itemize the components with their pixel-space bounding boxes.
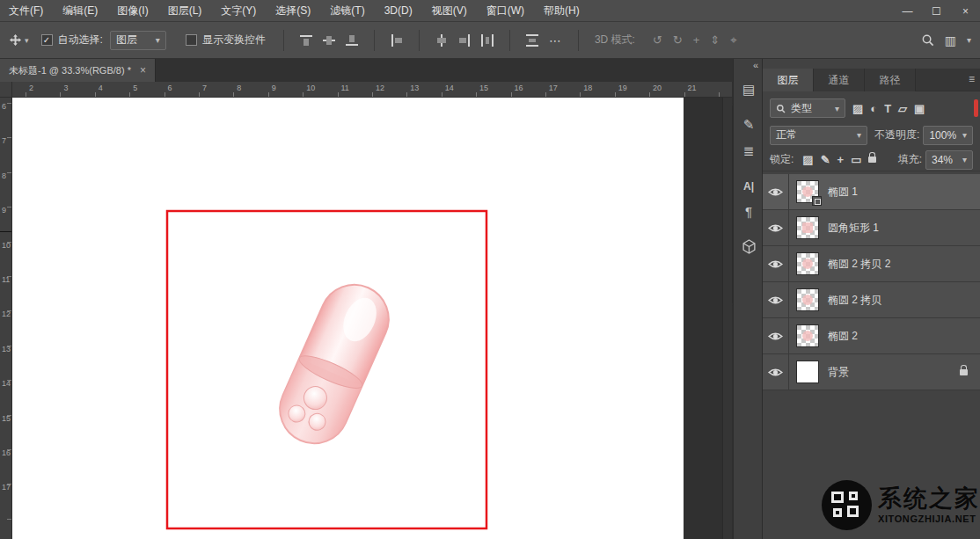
close-tab-icon[interactable]: × xyxy=(140,64,146,76)
menu-item-layer[interactable]: 图层(L) xyxy=(168,4,202,18)
align-left-edges-icon[interactable] xyxy=(389,33,405,48)
align-vertical-centers-icon[interactable] xyxy=(321,33,337,48)
lock-artboard-icon[interactable]: ▭ xyxy=(851,153,861,166)
blend-mode-dropdown[interactable]: 正常 ▾ xyxy=(770,126,867,145)
auto-select-checkbox[interactable]: ✓ xyxy=(41,34,53,46)
layer-name[interactable]: 椭圆 2 拷贝 xyxy=(828,293,881,308)
layer-thumbnail[interactable] xyxy=(796,216,819,239)
fill-dropdown[interactable]: 34% ▾ xyxy=(925,150,973,170)
minimize-button[interactable]: — xyxy=(893,0,922,22)
ruler-ticks xyxy=(12,92,732,97)
3d-panel-icon[interactable] xyxy=(734,235,764,258)
document-canvas[interactable] xyxy=(12,98,684,539)
visibility-toggle[interactable] xyxy=(763,210,789,246)
chevron-down-icon[interactable]: ▾ xyxy=(967,35,971,45)
tab-paths[interactable]: 路径 xyxy=(865,69,916,91)
menu-item-edit[interactable]: 编辑(E) xyxy=(62,4,98,18)
opacity-dropdown[interactable]: 100% ▾ xyxy=(923,126,973,145)
distribute-vertical-icon[interactable] xyxy=(524,33,540,48)
lock-all-icon[interactable] xyxy=(868,157,876,163)
tab-channels[interactable]: 通道 xyxy=(814,69,865,91)
filter-smart-objects-icon[interactable]: ▣ xyxy=(914,102,925,115)
horizontal-ruler[interactable]: 23456789101112131415161718192021 xyxy=(12,82,732,98)
layer-thumbnail[interactable] xyxy=(796,252,819,275)
search-icon[interactable] xyxy=(921,33,934,47)
3d-scale-icon[interactable]: ⌖ xyxy=(730,33,736,47)
menu-item-type[interactable]: 文字(Y) xyxy=(221,4,256,18)
layer-row[interactable]: 椭圆 2 xyxy=(763,318,980,354)
move-tool-preset[interactable]: ▾ xyxy=(9,33,29,47)
layer-thumbnail[interactable] xyxy=(796,180,819,203)
layer-thumbnail[interactable] xyxy=(796,361,819,383)
layer-row-background[interactable]: 背景 xyxy=(763,354,980,390)
3d-rotate-icon[interactable]: ↺ xyxy=(653,33,662,47)
canvas-pasteboard[interactable] xyxy=(12,98,732,539)
filter-type-layers-icon[interactable]: T xyxy=(884,102,891,115)
lock-pixels-icon[interactable]: ✎ xyxy=(821,153,830,166)
3d-drag-icon[interactable]: + xyxy=(693,33,700,47)
menu-item-filter[interactable]: 滤镜(T) xyxy=(330,4,364,18)
layer-name[interactable]: 椭圆 2 拷贝 2 xyxy=(828,257,890,272)
tab-layers[interactable]: 图层 xyxy=(763,69,814,91)
layer-thumbnail[interactable] xyxy=(796,288,819,311)
lock-icon xyxy=(960,369,968,375)
align-top-edges-icon[interactable] xyxy=(298,33,314,48)
lock-transparency-icon[interactable]: ▨ xyxy=(802,153,813,166)
layer-name[interactable]: 圆角矩形 1 xyxy=(828,221,879,236)
filter-shape-layers-icon[interactable]: ▱ xyxy=(898,102,907,115)
paragraph-panel-icon[interactable]: ¶ xyxy=(734,200,764,222)
document-tab[interactable]: 未标题-1 @ 33.3%(RGB/8) * × xyxy=(0,59,156,82)
visibility-toggle[interactable] xyxy=(763,246,789,282)
layer-row[interactable]: 圆角矩形 1 xyxy=(763,210,980,246)
lock-position-icon[interactable]: + xyxy=(837,153,845,166)
close-button[interactable]: × xyxy=(951,0,980,22)
layer-filter-toggle[interactable] xyxy=(974,99,978,117)
clone-source-panel-icon[interactable]: ≣ xyxy=(734,140,764,163)
more-options-button[interactable]: ⋯ xyxy=(549,33,562,47)
workspace-switcher-icon[interactable]: ▥ xyxy=(945,33,956,47)
panel-menu-icon[interactable]: ≡ xyxy=(969,73,975,85)
visibility-toggle[interactable] xyxy=(763,282,789,318)
visibility-toggle[interactable] xyxy=(763,174,789,210)
layer-name[interactable]: 背景 xyxy=(828,365,849,380)
vertical-scrollbar[interactable] xyxy=(722,98,732,539)
show-transform-checkbox[interactable] xyxy=(186,34,197,46)
filter-pixel-layers-icon[interactable]: ▨ xyxy=(852,102,863,115)
auto-select-target-value: 图层 xyxy=(116,33,137,47)
tool-options-bar: ▾ ✓ 自动选择: 图层 ▾ 显示变换控件 ⋯ 3D 模式: ↺ ↻ + ⇕ ⌖ xyxy=(0,22,980,59)
visibility-toggle[interactable] xyxy=(763,318,789,354)
3d-roll-icon[interactable]: ↻ xyxy=(673,33,683,47)
menu-item-image[interactable]: 图像(I) xyxy=(117,4,148,18)
menu-item-window[interactable]: 窗口(W) xyxy=(486,4,524,18)
divider xyxy=(374,30,375,51)
layer-name[interactable]: 椭圆 2 xyxy=(828,329,858,344)
character-panel-icon[interactable]: A| xyxy=(734,175,764,198)
visibility-toggle[interactable] xyxy=(763,354,789,390)
layer-thumbnail[interactable] xyxy=(796,324,819,347)
maximize-button[interactable]: ☐ xyxy=(922,0,951,22)
menu-item-select[interactable]: 选择(S) xyxy=(275,4,311,18)
menu-item-3d[interactable]: 3D(D) xyxy=(384,4,413,17)
document-tab-title: 未标题-1 @ 33.3%(RGB/8) * xyxy=(9,64,131,77)
vertical-ruler[interactable]: 67891011121314151617 xyxy=(0,98,12,539)
menu-item-help[interactable]: 帮助(H) xyxy=(544,4,580,18)
menu-item-view[interactable]: 视图(V) xyxy=(432,4,467,18)
align-horizontal-centers-icon[interactable] xyxy=(434,33,450,48)
menu-item-file[interactable]: 文件(F) xyxy=(9,4,43,18)
layer-row[interactable]: 椭圆 2 拷贝 2 xyxy=(763,246,980,282)
layer-row[interactable]: 椭圆 2 拷贝 xyxy=(763,282,980,318)
3d-slide-icon[interactable]: ⇕ xyxy=(710,33,720,47)
filter-type-dropdown[interactable]: 类型 ▾ xyxy=(770,98,845,118)
auto-select-target-dropdown[interactable]: 图层 ▾ xyxy=(110,31,166,50)
layer-name[interactable]: 椭圆 1 xyxy=(828,185,858,200)
ruler-origin-corner[interactable] xyxy=(0,82,12,98)
filter-adjustment-layers-icon[interactable]: ◐ xyxy=(870,102,877,115)
align-bottom-edges-icon[interactable] xyxy=(344,33,360,48)
properties-panel-icon[interactable]: ▤ xyxy=(734,78,764,101)
collapse-panels-icon[interactable]: « xyxy=(753,60,758,70)
align-right-edges-icon[interactable] xyxy=(457,33,472,48)
distribute-horizontal-icon[interactable] xyxy=(479,33,495,48)
layer-row[interactable]: 椭圆 1 xyxy=(763,174,980,210)
chevron-down-icon: ▾ xyxy=(25,36,29,45)
brush-settings-panel-icon[interactable]: ✎ xyxy=(734,113,764,136)
